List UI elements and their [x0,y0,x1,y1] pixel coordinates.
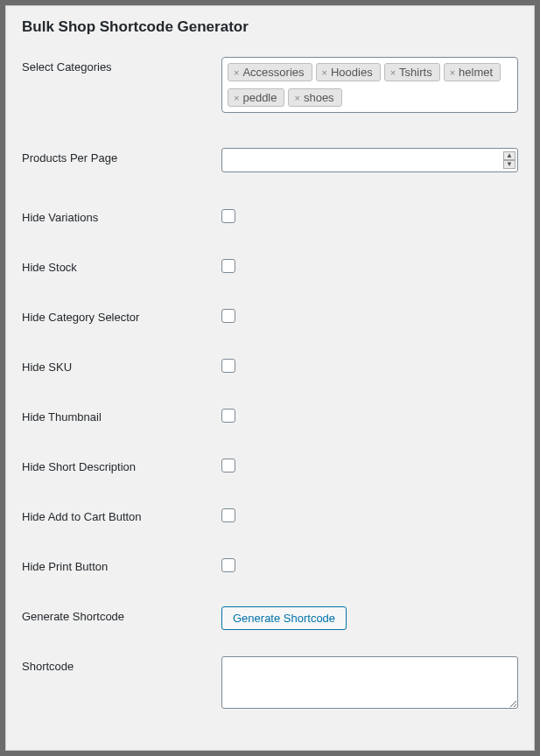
panel-title: Bulk Shop Shortcode Generator [22,18,518,36]
category-tag-label: shoes [304,91,334,104]
row-hide-short-description: Hide Short Description [22,457,518,473]
checkbox-hide-thumbnail[interactable] [221,409,235,423]
label-select-categories: Select Categories [22,57,221,74]
checkbox-hide-add-to-cart[interactable] [221,508,235,522]
row-generate-shortcode: Generate Shortcode Generate Shortcode [22,606,518,630]
label-generate-shortcode: Generate Shortcode [22,606,221,623]
checkbox-hide-sku[interactable] [221,359,235,373]
generate-shortcode-button[interactable]: Generate Shortcode [221,606,347,630]
label-hide-category-selector: Hide Category Selector [22,307,221,324]
checkbox-hide-print-button[interactable] [221,558,235,572]
category-tag[interactable]: ×shoes [288,88,341,107]
shortcode-generator-panel: Bulk Shop Shortcode Generator Select Cat… [5,5,535,751]
category-tag[interactable]: ×peddle [228,88,284,107]
label-hide-add-to-cart: Hide Add to Cart Button [22,507,221,523]
category-tag-label: Tshirts [399,66,432,79]
row-hide-category-selector: Hide Category Selector [22,307,518,324]
checkbox-hide-short-description[interactable] [221,458,235,472]
row-hide-stock: Hide Stock [22,257,518,274]
label-hide-short-description: Hide Short Description [22,457,221,473]
category-tag[interactable]: ×Tshirts [384,63,440,81]
category-tag[interactable]: ×Accessories [228,63,312,81]
categories-input[interactable]: ×Accessories×Hoodies×Tshirts×helmet×pedd… [221,57,518,113]
remove-tag-icon[interactable]: × [322,67,327,78]
row-products-per-page: Products Per Page ▲ ▼ [22,148,518,172]
row-hide-add-to-cart: Hide Add to Cart Button [22,507,518,523]
remove-tag-icon[interactable]: × [234,93,239,103]
remove-tag-icon[interactable]: × [294,93,299,103]
shortcode-output[interactable] [221,656,518,709]
row-select-categories: Select Categories ×Accessories×Hoodies×T… [22,57,518,113]
label-hide-stock: Hide Stock [22,257,221,274]
checkbox-hide-category-selector[interactable] [221,309,235,323]
remove-tag-icon[interactable]: × [234,67,239,78]
label-hide-thumbnail: Hide Thumbnail [22,407,221,424]
checkbox-hide-stock[interactable] [221,259,235,273]
category-tag-label: peddle [242,91,277,104]
row-hide-print-button: Hide Print Button [22,556,518,573]
category-tag-label: Accessories [242,66,304,79]
category-tag-label: Hoodies [331,66,373,79]
label-hide-print-button: Hide Print Button [22,556,221,573]
row-hide-thumbnail: Hide Thumbnail [22,407,518,424]
products-per-page-input[interactable] [221,148,518,172]
remove-tag-icon[interactable]: × [450,67,455,78]
category-tag-label: helmet [459,66,493,79]
row-shortcode: Shortcode [22,656,518,712]
category-tag[interactable]: ×helmet [444,63,501,81]
checkbox-hide-variations[interactable] [221,209,235,223]
remove-tag-icon[interactable]: × [390,67,396,78]
label-products-per-page: Products Per Page [22,148,221,164]
row-hide-sku: Hide SKU [22,357,518,374]
row-hide-variations: Hide Variations [22,207,518,224]
label-hide-sku: Hide SKU [22,357,221,374]
label-shortcode: Shortcode [22,656,221,673]
label-hide-variations: Hide Variations [22,207,221,224]
category-tag[interactable]: ×Hoodies [316,63,381,81]
